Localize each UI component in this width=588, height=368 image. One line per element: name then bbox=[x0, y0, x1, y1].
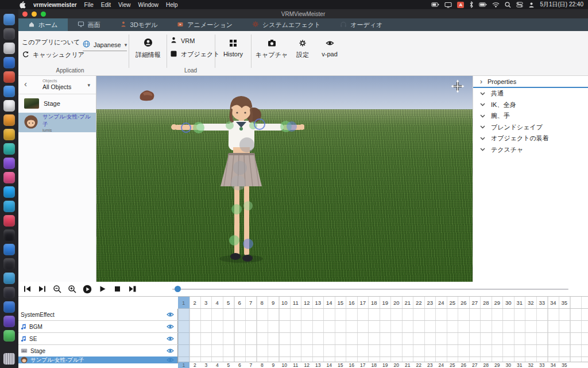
menu-clock[interactable]: 5月1日(日) 22:40 bbox=[540, 1, 583, 9]
frame-8[interactable]: 8 bbox=[257, 297, 268, 308]
frame-14[interactable]: 14 bbox=[324, 297, 335, 308]
frame-27[interactable]: 27 bbox=[469, 362, 481, 368]
frame-12[interactable]: 12 bbox=[301, 297, 313, 308]
frame-16[interactable]: 16 bbox=[346, 297, 358, 308]
tab-audio[interactable]: オーディオ bbox=[330, 18, 392, 31]
dock-icon-17[interactable] bbox=[3, 244, 15, 255]
dock-icon-12[interactable] bbox=[3, 172, 15, 183]
tab-screen[interactable]: 画面 bbox=[68, 18, 110, 31]
frame-25[interactable]: 25 bbox=[447, 362, 458, 368]
properties-header[interactable]: › Properties bbox=[473, 76, 588, 88]
frame-29[interactable]: 29 bbox=[492, 297, 503, 308]
track-row-3[interactable]: SE bbox=[18, 333, 588, 345]
display-icon[interactable] bbox=[444, 2, 452, 8]
skip-start-button[interactable] bbox=[23, 285, 32, 293]
dock-icon-2[interactable] bbox=[3, 28, 15, 40]
frame-28[interactable]: 28 bbox=[481, 297, 492, 308]
frame-18[interactable]: 18 bbox=[369, 297, 380, 308]
frame-20[interactable]: 20 bbox=[391, 297, 403, 308]
visibility-eye-icon[interactable] bbox=[167, 348, 174, 354]
input-source-badge[interactable]: A bbox=[457, 2, 464, 8]
dock-icon-13[interactable] bbox=[3, 186, 15, 198]
cache-clear-button[interactable]: キャッシュクリア bbox=[22, 51, 84, 59]
rock-object[interactable] bbox=[138, 89, 156, 105]
frame-4[interactable]: 4 bbox=[212, 297, 223, 308]
property-section-5[interactable]: オブジェクトの装着 bbox=[473, 133, 588, 144]
frame-4[interactable]: 4 bbox=[212, 362, 223, 368]
frame-2[interactable]: 2 bbox=[189, 297, 201, 308]
frame-34[interactable]: 34 bbox=[548, 362, 559, 368]
menu-file[interactable]: File bbox=[84, 2, 94, 8]
frame-ruler-top[interactable]: 1234567891011121314151617181920212223242… bbox=[178, 297, 588, 309]
dock-icon-15[interactable] bbox=[3, 215, 15, 227]
frame-1[interactable]: 1 bbox=[178, 297, 189, 308]
frame-14[interactable]: 14 bbox=[324, 362, 335, 368]
frame-12[interactable]: 12 bbox=[301, 362, 313, 368]
chevron-down-icon[interactable]: ▾ bbox=[87, 82, 90, 88]
user-switch-icon[interactable] bbox=[528, 2, 535, 8]
zoom-in-button[interactable] bbox=[68, 285, 76, 293]
minimize-button[interactable] bbox=[32, 12, 37, 17]
frame-29[interactable]: 29 bbox=[492, 362, 503, 368]
frame-26[interactable]: 26 bbox=[458, 297, 470, 308]
move-transform-icon[interactable] bbox=[451, 79, 465, 95]
frame-22[interactable]: 22 bbox=[413, 362, 425, 368]
frame-23[interactable]: 23 bbox=[424, 362, 436, 368]
frame-34[interactable]: 34 bbox=[548, 297, 559, 308]
dock-icon-10[interactable] bbox=[3, 143, 15, 155]
frame-ruler-bottom[interactable]: 1234567891011121314151617181920212223242… bbox=[178, 362, 588, 368]
frame-10[interactable]: 10 bbox=[279, 362, 291, 368]
battery-icon[interactable] bbox=[431, 2, 439, 7]
frame-26[interactable]: 26 bbox=[458, 362, 470, 368]
menu-window[interactable]: Window bbox=[138, 2, 158, 8]
frame-5[interactable]: 5 bbox=[223, 362, 234, 368]
visibility-eye-icon[interactable] bbox=[167, 312, 174, 317]
dock-icon-3[interactable] bbox=[3, 43, 15, 54]
frame-33[interactable]: 33 bbox=[536, 297, 548, 308]
stop-button[interactable] bbox=[113, 285, 122, 293]
history-button[interactable]: History bbox=[218, 39, 248, 57]
frame-10[interactable]: 10 bbox=[279, 297, 291, 308]
dock-icon-7[interactable] bbox=[3, 100, 15, 112]
frame-31[interactable]: 31 bbox=[514, 362, 525, 368]
frame-32[interactable]: 32 bbox=[525, 297, 537, 308]
capture-button[interactable]: キャプチャ bbox=[255, 39, 288, 59]
detail-info-button[interactable]: 詳細情報 bbox=[132, 38, 164, 59]
tab-3d-model[interactable]: 3Dモデル bbox=[110, 18, 168, 31]
close-button[interactable] bbox=[22, 12, 28, 17]
dock-icon-4[interactable] bbox=[3, 57, 15, 68]
frame-35[interactable]: 35 bbox=[559, 362, 570, 368]
trash-icon[interactable] bbox=[3, 353, 15, 365]
load-object-button[interactable]: オブジェクト bbox=[171, 50, 220, 59]
object-item-avatar[interactable]: サンプル-女性-プル子 lumis bbox=[18, 113, 96, 132]
frame-15[interactable]: 15 bbox=[335, 362, 346, 368]
property-section-1[interactable]: 共通 bbox=[473, 88, 588, 99]
vpad-button[interactable]: v-pad bbox=[317, 39, 342, 57]
frame-30[interactable]: 30 bbox=[503, 297, 514, 308]
tab-animation[interactable]: アニメーション bbox=[167, 18, 242, 31]
play-circle-button[interactable] bbox=[83, 285, 92, 294]
visibility-eye-icon[interactable] bbox=[167, 357, 174, 363]
frame-1[interactable]: 1 bbox=[178, 362, 189, 368]
menu-edit[interactable]: Edit bbox=[101, 2, 111, 8]
frame-11[interactable]: 11 bbox=[290, 297, 301, 308]
frame-3[interactable]: 3 bbox=[200, 297, 212, 308]
battery-percent-icon[interactable] bbox=[479, 2, 487, 7]
track-label[interactable]: サンプル-女性-プル子 bbox=[18, 356, 178, 363]
character-model[interactable] bbox=[161, 87, 304, 267]
frame-3[interactable]: 3 bbox=[200, 362, 212, 368]
dock-icon-18[interactable] bbox=[3, 258, 15, 270]
dock-icon-6[interactable] bbox=[3, 86, 15, 97]
dock-icon-16[interactable] bbox=[3, 229, 15, 241]
frame-33[interactable]: 33 bbox=[536, 362, 548, 368]
dock-icon-23[interactable] bbox=[3, 330, 15, 342]
frame-24[interactable]: 24 bbox=[436, 362, 447, 368]
frame-23[interactable]: 23 bbox=[424, 297, 436, 308]
dock-icon-9[interactable] bbox=[3, 129, 15, 140]
track-row-4[interactable]: Stage bbox=[18, 345, 588, 357]
control-center-icon[interactable] bbox=[516, 2, 523, 7]
frame-28[interactable]: 28 bbox=[481, 362, 492, 368]
menu-help[interactable]: Help bbox=[166, 2, 178, 8]
track-row-1[interactable]: SystemEffect bbox=[18, 309, 588, 321]
property-section-3[interactable]: 腕、手 bbox=[473, 110, 588, 122]
